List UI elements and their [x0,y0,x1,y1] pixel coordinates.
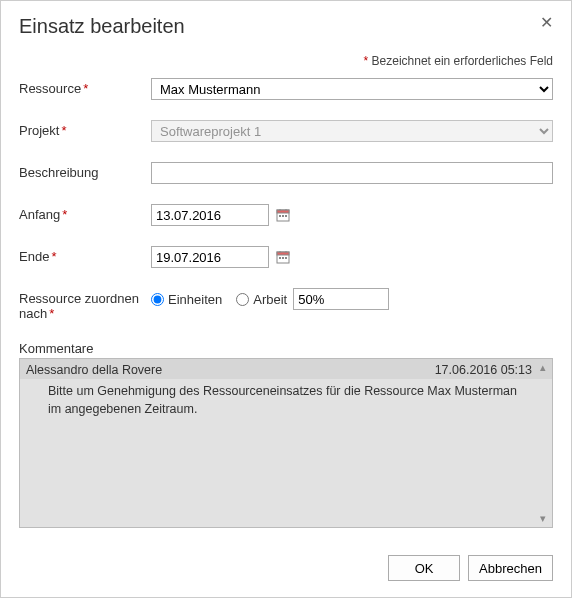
comment-body: Bitte um Genehmigung des Ressourceneinsa… [20,379,552,424]
description-input[interactable] [151,162,553,184]
asterisk-icon: * [62,207,67,222]
svg-rect-11 [279,257,281,259]
row-assign-by: Ressource zuordnen nach* Einheiten Arbei… [19,288,553,321]
calendar-icon[interactable] [275,207,291,223]
radio-work-label: Arbeit [253,292,287,307]
scroll-up-icon[interactable]: ▴ [536,361,550,374]
cancel-button[interactable]: Abbrechen [468,555,553,581]
row-end: Ende* [19,246,553,268]
asterisk-icon: * [61,123,66,138]
label-assign-by: Ressource zuordnen nach* [19,288,151,321]
label-description: Beschreibung [19,162,151,180]
label-start: Anfang* [19,204,151,222]
label-end: Ende* [19,246,151,264]
calendar-icon[interactable] [275,249,291,265]
dialog-content: * Bezeichnet ein erforderliches Feld Res… [1,38,571,543]
scroll-down-icon[interactable]: ▾ [536,512,550,525]
ok-button[interactable]: OK [388,555,460,581]
label-comments: Kommentare [19,341,553,356]
edit-assignment-dialog: Einsatz bearbeiten ✕ * Bezeichnet ein er… [0,0,572,598]
comment-author: Alessandro della Rovere [26,363,162,377]
comments-box: ▴ Alessandro della Rovere 17.06.2016 05:… [19,358,553,528]
row-description: Beschreibung [19,162,553,184]
dialog-footer: OK Abbrechen [1,543,571,597]
radio-units-label: Einheiten [168,292,222,307]
dialog-title: Einsatz bearbeiten [19,15,185,38]
radio-work[interactable]: Arbeit [236,292,287,307]
svg-rect-6 [285,215,287,217]
comment-timestamp: 17.06.2016 05:13 [435,363,532,377]
row-project: Projekt* Softwareprojekt 1 [19,120,553,142]
start-date-input[interactable] [151,204,269,226]
resource-select[interactable]: Max Mustermann [151,78,553,100]
end-date-input[interactable] [151,246,269,268]
asterisk-icon: * [51,249,56,264]
svg-rect-4 [279,215,281,217]
radio-units[interactable]: Einheiten [151,292,222,307]
radio-units-input[interactable] [151,293,164,306]
label-project: Projekt* [19,120,151,138]
row-resource: Ressource* Max Mustermann [19,78,553,100]
svg-rect-1 [277,210,289,213]
svg-rect-5 [282,215,284,217]
asterisk-icon: * [83,81,88,96]
dialog-header: Einsatz bearbeiten ✕ [1,1,571,38]
row-start: Anfang* [19,204,553,226]
svg-rect-13 [285,257,287,259]
assign-amount-input[interactable] [293,288,389,310]
svg-rect-12 [282,257,284,259]
assign-by-radio-group: Einheiten Arbeit [151,292,287,307]
svg-rect-8 [277,252,289,255]
label-resource: Ressource* [19,78,151,96]
close-icon[interactable]: ✕ [540,15,553,31]
required-note-text: Bezeichnet ein erforderliches Feld [368,54,553,68]
comment-header: Alessandro della Rovere 17.06.2016 05:13 [20,359,552,379]
radio-work-input[interactable] [236,293,249,306]
project-select[interactable]: Softwareprojekt 1 [151,120,553,142]
required-field-note: * Bezeichnet ein erforderliches Feld [19,54,553,68]
asterisk-icon: * [49,306,54,321]
